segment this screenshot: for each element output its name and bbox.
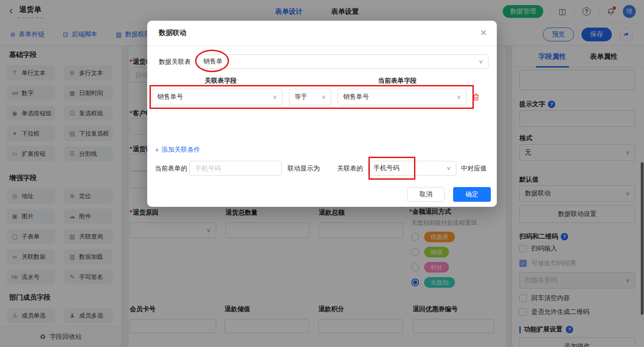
- column-header-left: 关联表字段: [205, 77, 237, 85]
- condition-operator-value: 等于: [294, 93, 319, 101]
- delete-condition-icon[interactable]: [472, 93, 480, 103]
- condition-field-select[interactable]: 销售单号∨: [152, 89, 282, 105]
- condition-value-select[interactable]: 销售单号∨: [338, 89, 466, 105]
- chevron-down-icon: ∨: [446, 165, 451, 171]
- target-field-input[interactable]: [190, 161, 282, 176]
- add-condition-label: 添加关联条件: [161, 146, 200, 154]
- condition-value-value: 销售单号: [343, 93, 454, 101]
- data-linkage-modal: 数据联动 × 数据关联表 销售单∨ 关联表字段 当前表单字段 销售单号∨ 等于∨…: [147, 21, 497, 207]
- modal-title: 数据联动: [159, 28, 186, 37]
- source-prefix-label: 关联表的: [337, 165, 363, 173]
- relation-table-value: 销售单: [203, 57, 476, 66]
- relation-table-label: 数据关联表: [159, 58, 191, 66]
- relation-table-select[interactable]: 销售单∨: [198, 54, 489, 69]
- chevron-down-icon: ∨: [272, 94, 277, 100]
- target-prefix-label: 当前表单的: [155, 165, 187, 173]
- modal-header: 数据联动 ×: [147, 21, 497, 46]
- form-designer-app: ‹ 退货单 表单设计 表单设置 数据管理 ◫ ? 理 ⊘表单外链 ⊡后端脚本 ▥…: [0, 0, 644, 347]
- plus-icon: +: [155, 146, 159, 154]
- chevron-down-icon: ∨: [321, 94, 326, 100]
- column-header-right: 当前表单字段: [378, 77, 417, 85]
- chevron-down-icon: ∨: [456, 94, 461, 100]
- confirm-button[interactable]: 确定: [453, 187, 491, 202]
- condition-operator-select[interactable]: 等于∨: [289, 89, 331, 105]
- condition-field-value: 销售单号: [157, 93, 270, 101]
- add-condition-link[interactable]: +添加关联条件: [155, 146, 200, 154]
- suffix-label: 中对应值: [461, 165, 487, 173]
- close-icon[interactable]: ×: [480, 26, 487, 40]
- source-field-value: 手机号码: [374, 164, 444, 172]
- cancel-button[interactable]: 取消: [407, 187, 445, 202]
- source-field-select[interactable]: 手机号码∨: [368, 161, 456, 176]
- chevron-down-icon: ∨: [478, 58, 483, 65]
- middle-text-label: 联动显示为: [288, 165, 320, 173]
